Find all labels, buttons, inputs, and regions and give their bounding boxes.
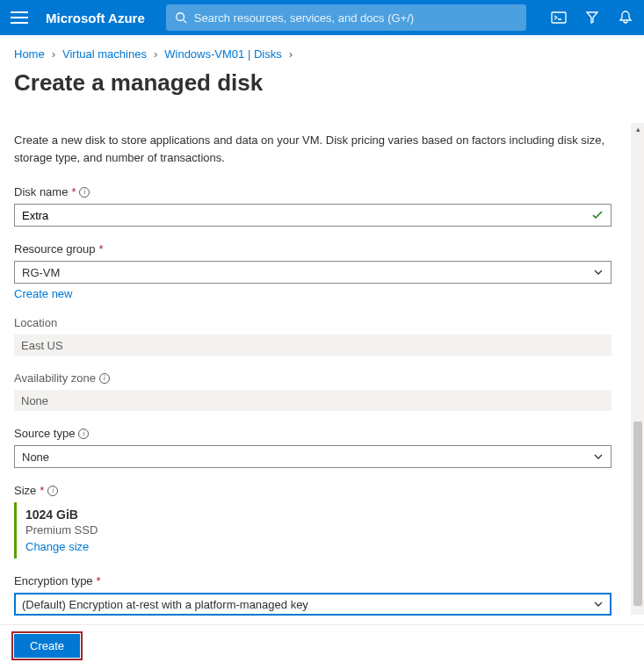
breadcrumb: Home › Virtual machines › Windows-VM01 |… (0, 35, 644, 69)
required-indicator: * (97, 574, 101, 587)
source-type-select[interactable]: None (14, 445, 611, 468)
field-disk-name: Disk name * i (14, 185, 630, 227)
menu-icon[interactable] (11, 11, 28, 24)
source-type-value: None (22, 450, 49, 464)
size-value: 1024 GiB (25, 508, 630, 522)
chevron-down-icon (593, 601, 604, 608)
svg-line-1 (183, 20, 186, 24)
field-location: Location East US (14, 316, 630, 356)
cloud-shell-icon[interactable] (551, 10, 567, 25)
field-encryption-type: Encryption type * (Default) Encryption a… (14, 574, 630, 616)
chevron-right-icon: › (154, 47, 157, 61)
create-button[interactable]: Create (14, 634, 80, 658)
brand-label[interactable]: Microsoft Azure (46, 11, 145, 25)
availability-zone-value: None (14, 390, 611, 411)
location-value: East US (14, 335, 611, 356)
info-icon[interactable]: i (78, 429, 89, 439)
size-block: 1024 GiB Premium SSD Change size (14, 502, 630, 558)
resource-group-label: Resource group * (14, 242, 630, 256)
encryption-type-select[interactable]: (Default) Encryption at-rest with a plat… (14, 593, 611, 616)
required-indicator: * (71, 185, 76, 198)
breadcrumb-home[interactable]: Home (14, 47, 45, 61)
required-indicator: * (40, 484, 44, 497)
field-source-type: Source type i None (14, 427, 630, 468)
required-indicator: * (99, 242, 104, 256)
field-resource-group: Resource group * RG-VM Create new (14, 242, 630, 300)
topbar-icons (535, 10, 633, 25)
chevron-right-icon: › (52, 47, 55, 61)
field-availability-zone: Availability zone i None (14, 371, 630, 411)
form-content: Create a new disk to store applications … (0, 104, 644, 631)
notifications-icon[interactable] (618, 10, 633, 25)
size-label: Size * i (14, 484, 630, 497)
breadcrumb-vms[interactable]: Virtual machines (62, 47, 147, 61)
resource-group-select[interactable]: RG-VM (14, 261, 611, 284)
info-icon[interactable]: i (47, 486, 58, 496)
disk-name-label: Disk name * i (14, 185, 630, 198)
page-description: Create a new disk to store applications … (14, 132, 611, 166)
chevron-down-icon (593, 453, 604, 460)
page-title: Create a managed disk (0, 69, 644, 104)
availability-zone-label: Availability zone i (14, 371, 630, 385)
bottom-bar: Create (0, 624, 644, 670)
top-bar: Microsoft Azure (0, 0, 644, 35)
chevron-down-icon (593, 269, 604, 276)
svg-rect-2 (552, 12, 566, 23)
source-type-label: Source type i (14, 427, 630, 440)
location-label: Location (14, 316, 630, 329)
breadcrumb-disks[interactable]: Windows-VM01 | Disks (164, 47, 281, 61)
checkmark-icon (591, 211, 604, 220)
global-search[interactable] (166, 4, 526, 31)
info-icon[interactable]: i (79, 187, 90, 198)
info-icon[interactable]: i (99, 373, 110, 384)
svg-point-0 (177, 13, 185, 21)
disk-name-field[interactable] (22, 209, 586, 222)
field-size: Size * i 1024 GiB Premium SSD Change siz… (14, 484, 630, 558)
search-input[interactable] (194, 11, 517, 25)
chevron-right-icon: › (289, 47, 293, 61)
change-size-link[interactable]: Change size (25, 540, 89, 553)
encryption-type-value: (Default) Encryption at-rest with a plat… (22, 598, 308, 611)
search-icon (175, 11, 187, 24)
resource-group-value: RG-VM (22, 266, 60, 279)
create-new-link[interactable]: Create new (14, 287, 72, 300)
disk-name-input[interactable] (14, 204, 611, 227)
size-tier: Premium SSD (25, 523, 630, 537)
encryption-type-label: Encryption type * (14, 574, 630, 587)
directory-filter-icon[interactable] (584, 10, 600, 25)
